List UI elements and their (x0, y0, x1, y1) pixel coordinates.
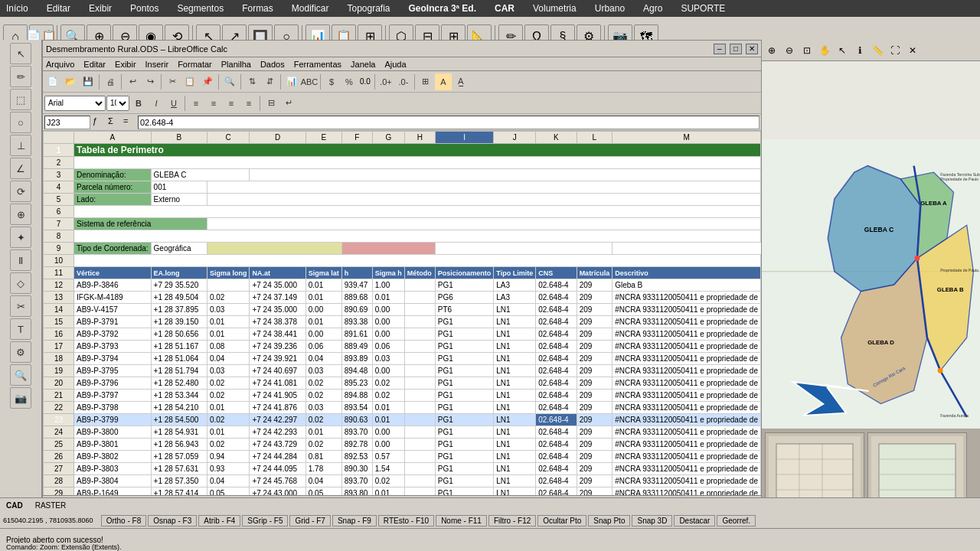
ss-italic-btn[interactable]: I (148, 95, 165, 112)
tool-rotate[interactable]: ⟳ (10, 181, 31, 202)
menu-geoincra[interactable]: GeoIncra 3ª Ed. (406, 2, 479, 15)
ss-grid[interactable]: A B C D E F G H I J K L M (43, 131, 761, 495)
ss-align-left-btn[interactable]: ≡ (188, 95, 204, 112)
map-fullscreen-btn[interactable]: ⛶ (887, 42, 903, 59)
menu-volumetria[interactable]: Volumetria (530, 2, 580, 15)
menu-agro[interactable]: Agro (640, 2, 665, 15)
snap-sgrip[interactable]: SGrip - F5 (242, 515, 288, 527)
menu-topografia[interactable]: Topografia (344, 2, 393, 15)
tool-star[interactable]: ✦ (10, 227, 31, 248)
col-header-j[interactable]: J (494, 132, 536, 144)
col-header-k[interactable]: K (536, 132, 577, 144)
ss-fgcolor-btn[interactable]: A̲ (452, 73, 469, 90)
ss-menu-exibir[interactable]: Exibir (115, 60, 136, 69)
ss-align-right-btn[interactable]: ≡ (223, 95, 240, 112)
ss-percent-btn[interactable]: % (341, 73, 358, 90)
ss-sort-desc-btn[interactable]: ⇵ (261, 73, 278, 90)
menu-modificar[interactable]: Modificar (289, 2, 332, 15)
formula-input[interactable] (138, 116, 760, 129)
tool-zoom[interactable]: 🔍 (10, 364, 31, 386)
ss-redo-btn[interactable]: ↪ (142, 73, 158, 90)
map-close-btn[interactable]: ✕ (904, 42, 921, 59)
snap-3d[interactable]: Snap 3D (632, 515, 672, 527)
col-header-l[interactable]: L (577, 132, 612, 144)
map-pan-btn[interactable]: ✋ (816, 42, 833, 59)
col-header-m[interactable]: M (612, 132, 761, 144)
font-select[interactable]: Arial (44, 96, 106, 111)
col-header-g[interactable]: G (372, 132, 404, 144)
ss-maximize-btn[interactable]: □ (730, 44, 742, 54)
ss-currency-btn[interactable]: $ (323, 73, 340, 90)
menu-editar[interactable]: Editar (44, 2, 74, 15)
col-header-b[interactable]: B (151, 132, 207, 144)
menu-formas[interactable]: Formas (239, 2, 276, 15)
tool-settings[interactable]: ⚙ (10, 341, 31, 363)
ss-align-center-btn[interactable]: ≡ (205, 95, 222, 112)
cad-mode-btn[interactable]: CAD (6, 501, 23, 510)
ss-underline-btn[interactable]: U (165, 95, 182, 112)
ss-menu-ferramentas[interactable]: Ferramentas (294, 60, 341, 69)
ss-menu-janela[interactable]: Janela (351, 60, 375, 69)
snap-osnap[interactable]: Osnap - F3 (148, 515, 197, 527)
map-select-btn[interactable]: ↖ (834, 42, 851, 59)
col-header-f[interactable]: F (341, 132, 372, 144)
formula-fn-btn[interactable]: ƒ (92, 116, 106, 129)
ss-dec-inc-btn[interactable]: .0+ (377, 73, 394, 90)
map-measure-btn[interactable]: 📏 (869, 42, 886, 59)
ss-close-btn[interactable]: ✕ (746, 44, 758, 54)
snap-filtro[interactable]: Filtro - F12 (488, 515, 536, 527)
ss-open-btn[interactable]: 📂 (62, 73, 79, 90)
menu-segmentos[interactable]: Segmentos (174, 2, 227, 15)
snap-snap[interactable]: Snap - F9 (332, 515, 377, 527)
menu-urbano[interactable]: Urbano (592, 2, 628, 15)
ss-menu-planilha[interactable]: Planilha (221, 60, 251, 69)
snap-rtexto[interactable]: RTEsto - F10 (378, 515, 434, 527)
ss-cut-btn[interactable]: ✂ (164, 73, 181, 90)
ss-new-btn[interactable]: 📄 (44, 73, 61, 90)
tool-rect[interactable]: ⬚ (10, 89, 31, 110)
tool-circle[interactable]: ○ (10, 112, 31, 133)
tool-select[interactable]: ↖ (10, 43, 31, 64)
ss-minimize-btn[interactable]: – (714, 44, 726, 54)
map-identify-btn[interactable]: ℹ (851, 42, 868, 59)
snap-ortho[interactable]: Ortho - F8 (101, 515, 147, 527)
ss-spell-btn[interactable]: ABC (301, 73, 318, 90)
snap-destacar[interactable]: Destacar (674, 515, 715, 527)
col-header-c[interactable]: C (207, 132, 250, 144)
ss-merge-btn[interactable]: ⊟ (263, 95, 279, 112)
ss-menu-editar[interactable]: Editar (83, 60, 106, 69)
cell-ref-input[interactable] (44, 116, 90, 129)
col-header-a[interactable]: A (74, 132, 152, 144)
ss-menu-arquivo[interactable]: Arquivo (46, 60, 74, 69)
ss-copy-btn[interactable]: 📋 (181, 73, 198, 90)
tool-diamond[interactable]: ◇ (10, 272, 31, 294)
tool-snap[interactable]: ⊕ (10, 204, 31, 225)
raster-mode-btn[interactable]: RASTER (35, 501, 67, 510)
formula-sum-btn[interactable]: Σ (107, 116, 121, 129)
menu-suporte[interactable]: SUPORTE (678, 2, 728, 15)
snap-nome[interactable]: Nome - F11 (436, 515, 487, 527)
ss-paste-btn[interactable]: 📌 (199, 73, 216, 90)
ss-menu-ajuda[interactable]: Ajuda (384, 60, 406, 69)
tool-draw[interactable]: ✏ (10, 66, 31, 87)
ss-chart-btn[interactable]: 📊 (283, 73, 300, 90)
tool-angle[interactable]: ⊥ (10, 135, 31, 156)
tool-camera[interactable]: 📷 (10, 387, 31, 409)
snap-ocultar-pto[interactable]: Ocultar Pto (537, 515, 586, 527)
tool-measure[interactable]: ∠ (10, 158, 31, 179)
ss-bgcolor-btn[interactable]: A (435, 73, 452, 90)
map-zoom-out-btn[interactable]: ⊖ (781, 42, 798, 59)
snap-grid[interactable]: Grid - F7 (289, 515, 330, 527)
ss-wrap-btn[interactable]: ↵ (280, 95, 297, 112)
formula-eq-btn[interactable]: = (122, 116, 136, 129)
tool-cut[interactable]: ✂ (10, 295, 31, 317)
ss-dec-dec-btn[interactable]: .0- (395, 73, 412, 90)
ss-print-btn[interactable]: 🖨 (102, 73, 119, 90)
menu-car[interactable]: CAR (492, 2, 518, 15)
snap-georref[interactable]: Georref. (717, 515, 756, 527)
menu-exibir[interactable]: Exibir (86, 2, 115, 15)
ss-sort-asc-btn[interactable]: ⇅ (243, 73, 260, 90)
tool-text[interactable]: T (10, 318, 31, 340)
ss-menu-formatar[interactable]: Formatar (178, 60, 212, 69)
map-zoom-in-btn[interactable]: ⊕ (763, 42, 780, 59)
